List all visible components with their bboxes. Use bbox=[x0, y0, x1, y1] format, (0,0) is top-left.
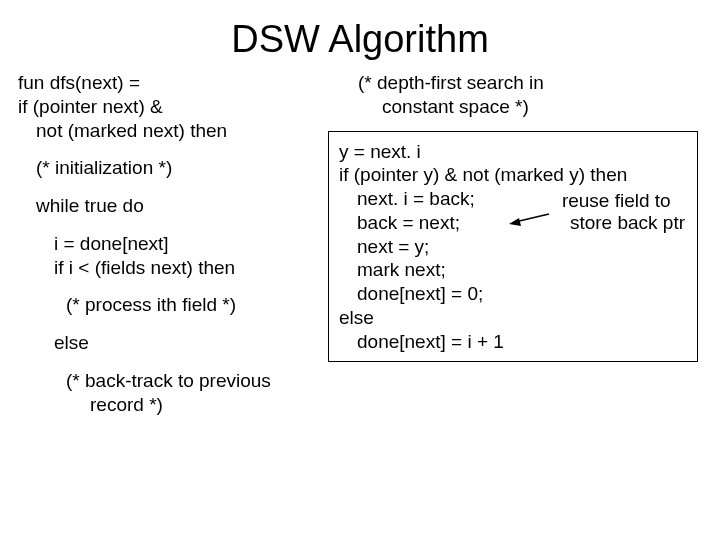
code-line: not (marked next) then bbox=[18, 119, 328, 143]
code-line: if (pointer next) & bbox=[18, 95, 328, 119]
else-line: else bbox=[18, 331, 328, 355]
code-line: record *) bbox=[66, 393, 328, 417]
code-line: fun dfs(next) = bbox=[18, 71, 328, 95]
code-line: done[next] = i + 1 bbox=[339, 330, 687, 354]
code-line: mark next; bbox=[339, 258, 687, 282]
annot-line: store back ptr bbox=[562, 212, 685, 235]
i-block: i = done[next] if i < (fields next) then bbox=[18, 232, 328, 280]
backtrack-comment: (* back-track to previous record *) bbox=[18, 369, 328, 417]
right-column: (* depth-first search in constant space … bbox=[328, 71, 702, 430]
code-line: i = done[next] bbox=[18, 232, 328, 256]
code-line: constant space *) bbox=[358, 95, 702, 119]
code-line: (* depth-first search in bbox=[358, 71, 702, 95]
process-comment: (* process ith field *) bbox=[18, 293, 328, 317]
code-box: y = next. i if (pointer y) & not (marked… bbox=[328, 131, 698, 363]
content-row: fun dfs(next) = if (pointer next) & not … bbox=[0, 71, 720, 430]
while-line: while true do bbox=[18, 194, 328, 218]
code-line: if i < (fields next) then bbox=[18, 256, 328, 280]
code-line: (* back-track to previous bbox=[66, 369, 328, 393]
arrow-icon bbox=[509, 210, 549, 230]
svg-marker-1 bbox=[509, 218, 521, 226]
code-line: done[next] = 0; bbox=[339, 282, 687, 306]
svg-line-0 bbox=[515, 214, 549, 222]
code-line: else bbox=[339, 306, 687, 330]
fun-header: fun dfs(next) = if (pointer next) & not … bbox=[18, 71, 328, 142]
code-line: if (pointer y) & not (marked y) then bbox=[339, 163, 687, 187]
slide-title: DSW Algorithm bbox=[0, 0, 720, 71]
code-line: y = next. i bbox=[339, 140, 687, 164]
annotation: reuse field to store back ptr bbox=[562, 190, 685, 236]
left-column: fun dfs(next) = if (pointer next) & not … bbox=[18, 71, 328, 430]
init-comment: (* initialization *) bbox=[18, 156, 328, 180]
annot-line: reuse field to bbox=[562, 190, 685, 213]
top-comment: (* depth-first search in constant space … bbox=[328, 71, 702, 119]
code-line: next = y; bbox=[339, 235, 687, 259]
